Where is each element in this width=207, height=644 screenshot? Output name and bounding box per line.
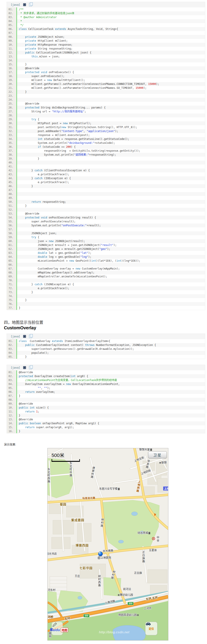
line-number: 15.	[7, 62, 17, 66]
code-text: } catch (JSONException e) {	[17, 282, 205, 286]
code-line: 62. JSONObject geo = mresult.getJSONObje…	[7, 247, 205, 251]
code-line: 11. return 1;	[7, 410, 205, 414]
code-line: 40.	[7, 160, 205, 164]
code-block-header: [java]	[7, 2, 205, 8]
code-text	[17, 164, 205, 168]
code-text: try {	[17, 118, 205, 121]
code-text	[17, 31, 205, 35]
code-text: * @author Administrator	[17, 15, 205, 19]
map-label: 二河开	[144, 606, 152, 610]
line-number: 03.	[7, 347, 17, 351]
line-number: 47.	[7, 188, 17, 192]
line-number: 60.	[7, 239, 17, 243]
map-label: 中谷	[156, 536, 160, 542]
map-label: 联想	[159, 460, 166, 464]
line-number: 13.	[7, 54, 17, 58]
code-text: protected String doInBackground(String..…	[17, 106, 205, 110]
line-number: 31.	[7, 125, 17, 129]
code-line: 07.}	[7, 394, 205, 398]
code-text	[17, 196, 205, 200]
map-label: 王庄	[75, 574, 80, 578]
line-number: 37.	[7, 149, 17, 153]
code-line: 04. *	[7, 19, 205, 23]
view-source-icon[interactable]	[23, 335, 26, 338]
view-source-icon[interactable]	[23, 366, 26, 369]
code-line: 30. HttpPost post = new HttpPost(url);	[7, 121, 205, 125]
code-line: 05. */	[7, 23, 205, 27]
code-line: 31. post.setEntity(new StringEntity(mJso…	[7, 125, 205, 129]
code-text: @Override	[17, 402, 205, 406]
code-text: return responseString;	[17, 200, 205, 204]
code-line: 61. JSONObject mresult = json.getJSONObj…	[7, 243, 205, 247]
line-number: 19.	[7, 78, 17, 82]
code-line: 48.	[7, 192, 205, 196]
line-number: 04.	[7, 19, 17, 23]
map-label: 正白旗	[134, 571, 142, 574]
code-line: 21. mClient.getParams().setParameter(Cor…	[7, 86, 205, 90]
copy-icon[interactable]	[29, 335, 32, 338]
satellite-toggle-button[interactable]: 卫星	[148, 451, 167, 458]
demo-effect-label: 演示效果:	[4, 442, 205, 446]
scale-bar	[52, 459, 80, 462]
code-text: double lat = geo.getDouble("lat");	[17, 251, 205, 255]
line-number: 16.	[7, 429, 17, 433]
code-text	[17, 398, 205, 402]
code-line: 63. double lat = geo.getDouble("lat");	[7, 251, 205, 255]
map-label: 圆明	[48, 632, 52, 638]
code-text: CustomOverlay overlay = new CustomOverla…	[17, 267, 205, 270]
line-number: 06.	[7, 27, 17, 31]
line-number: 65.	[7, 259, 17, 263]
map-label: 紫成嘉园	[71, 518, 84, 522]
code-line: 68. mMapView.getOverlays().add(overlay);	[7, 270, 205, 274]
code-body: 01.class CustomOverlay extends ItemizedO…	[7, 339, 205, 359]
line-number: 01.	[7, 370, 17, 374]
square-icon	[137, 614, 139, 616]
code-line: 12. public CellLocationTask(JSONObject j…	[7, 51, 205, 54]
line-number: 77.	[7, 306, 17, 310]
map-image[interactable]: 东北旺中路东北旺西路唐家岭路上地五街信息路上地四街树村西路树村路树村路正白旗路小…	[48, 448, 168, 640]
line-number: 69.	[7, 274, 17, 278]
line-number: 44.	[7, 176, 17, 180]
code-text: }	[17, 298, 205, 302]
map-label: 腾达幼儿园	[118, 593, 133, 596]
map-label: 联想大厦	[139, 448, 152, 451]
code-text: super.onPreExecute();	[17, 74, 205, 78]
copy-icon[interactable]	[29, 366, 32, 369]
line-number: 21.	[7, 86, 17, 90]
line-number: 42.	[7, 168, 17, 172]
line-number: 74.	[7, 294, 17, 298]
code-line: 22. }	[7, 90, 205, 94]
code-line: 43. e.printStackTrace();	[7, 172, 205, 176]
line-number: 30.	[7, 121, 17, 125]
locate-button[interactable]: 定位	[145, 622, 158, 635]
code-text: mClient.getParams().setParameter(CoreCon…	[17, 82, 205, 86]
map-label: 阳光书店	[48, 552, 57, 556]
code-line: 09.@Override	[7, 402, 205, 406]
line-number: 54.	[7, 216, 17, 220]
code-line: 03. //mLocationGeoPoint为全局变量，CellLocatio…	[7, 378, 205, 382]
code-line: 50. return responseString;	[7, 200, 205, 204]
code-line: 01.@Override	[7, 370, 205, 374]
code-line: 28.	[7, 114, 205, 118]
code-line: 42. } catch (ClientProtocolException e) …	[7, 168, 205, 172]
line-number: 20.	[7, 82, 17, 86]
code-text: @Override	[17, 418, 205, 422]
code-text: @Override	[17, 370, 205, 374]
code-text	[17, 294, 205, 298]
code-text: populate();	[17, 351, 205, 355]
code-line: 72. e.printStackTrace();	[7, 286, 205, 290]
view-source-icon[interactable]	[23, 3, 26, 6]
code-line: 69. mMapController.animateTo(mLocationGe…	[7, 274, 205, 278]
code-line: 24.	[7, 98, 205, 102]
code-line: 02.protected OverlayItem createItem(int …	[7, 374, 205, 378]
code-line: 49.	[7, 196, 205, 200]
copy-icon[interactable]	[29, 3, 32, 6]
code-text: mMapController.animateTo(mLocationGeoPoi…	[17, 274, 205, 278]
code-line: 01.class CustomOverlay extends ItemizedO…	[7, 339, 205, 343]
line-number: 06.	[7, 390, 17, 394]
code-line: 16.}	[7, 429, 205, 433]
code-block-3: [java] 01.@Override02.protected OverlayI…	[6, 365, 205, 434]
line-number: 45.	[7, 180, 17, 184]
code-text: } catch (ClientProtocolException e) {	[17, 168, 205, 172]
line-number: 67.	[7, 267, 17, 270]
